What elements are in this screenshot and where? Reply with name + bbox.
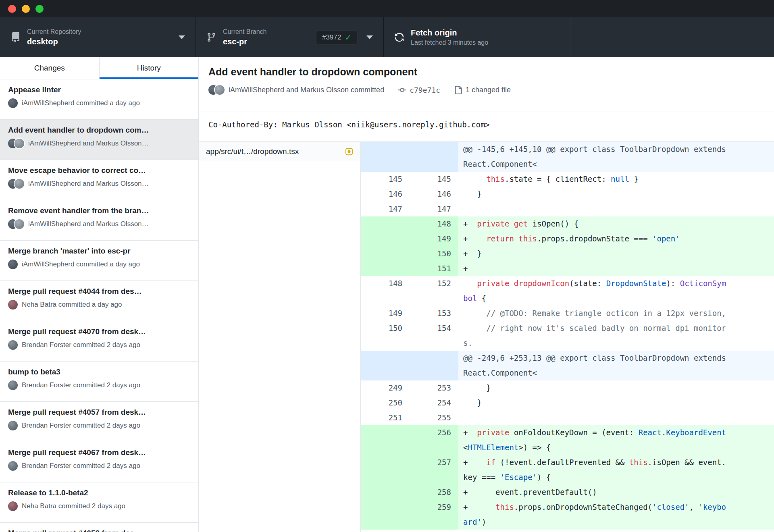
old-line-number: 250 — [361, 395, 410, 410]
avatar-stack — [8, 380, 18, 390]
commit-item-meta: iAmWillShepherd and Markus Olsson… — [8, 219, 190, 229]
old-line-number — [361, 231, 410, 246]
changed-files-group: 1 changed file — [454, 86, 511, 94]
commit-item-meta: Neha Batra committed 2 days ago — [8, 501, 190, 511]
commit-list-item[interactable]: Merge pull request #4052 from des… — [0, 523, 198, 532]
avatar-stack — [8, 300, 18, 310]
commit-item-title: Appease linter — [8, 85, 190, 95]
new-line-number: 257 — [410, 455, 458, 485]
commit-meta-text: iAmWillShepherd and Markus Olsson… — [28, 139, 149, 148]
diff-row-context: 249253 } — [361, 380, 774, 395]
avatar-neha — [8, 300, 18, 310]
commit-list-item[interactable]: Merge pull request #4044 from des…Neha B… — [0, 281, 198, 321]
commit-list-item[interactable]: Move escape behavior to correct co…iAmWi… — [0, 160, 198, 200]
repository-name: desktop — [27, 37, 81, 46]
old-line-number: 147 — [361, 202, 410, 216]
diff-row-context: 250254 } — [361, 395, 774, 410]
avatar-stack — [8, 179, 24, 189]
new-line-number: 154 — [410, 321, 458, 351]
commit-meta-text: iAmWillShepherd committed a day ago — [22, 260, 140, 268]
fetch-subtitle: Last fetched 3 minutes ago — [411, 39, 488, 46]
diff-row-added: 258+ event.preventDefault() — [361, 485, 774, 500]
commit-list-item[interactable]: Merge pull request #4070 from desk…Brend… — [0, 321, 198, 362]
diff-code-line — [458, 410, 774, 425]
commit-list-item[interactable]: Merge pull request #4067 from desk…Brend… — [0, 442, 198, 482]
avatar-markus — [15, 179, 24, 189]
diff-code-line: private dropdownIcon(state: DropdownStat… — [458, 276, 774, 306]
zoom-button[interactable] — [35, 5, 44, 13]
fetch-title: Fetch origin — [411, 28, 488, 37]
new-line-number: 256 — [410, 425, 458, 455]
minimize-button[interactable] — [22, 5, 30, 13]
new-line-number: 255 — [410, 410, 458, 425]
diff-row-added: 148+ private get isOpen() { — [361, 216, 774, 231]
new-line-number — [410, 351, 458, 380]
git-branch-icon — [206, 32, 216, 42]
modified-file-icon — [345, 148, 353, 156]
diff-section: app/src/ui/t…/dropdown.tsx @@ -145,6 +14… — [199, 142, 774, 532]
commit-item-title: Release to 1.1.0-beta2 — [8, 488, 190, 498]
avatar-brendan — [8, 380, 18, 390]
new-line-number: 153 — [410, 306, 458, 321]
commit-list-item[interactable]: Merge pull request #4057 from desk…Brend… — [0, 402, 198, 442]
diff-code-line: + private onFoldoutKeyDown = (event: Rea… — [458, 425, 774, 455]
toolbar-fetch-button[interactable]: Fetch origin Last fetched 3 minutes ago — [384, 17, 571, 57]
commit-list-item[interactable]: Release to 1.1.0-beta2Neha Batra committ… — [0, 482, 198, 523]
commit-item-title: Merge pull request #4067 from desk… — [8, 448, 190, 457]
new-line-number: 145 — [410, 172, 458, 187]
avatar-brendan — [8, 461, 18, 471]
diff-rows: @@ -145,6 +145,10 @@ export class Toolba… — [361, 142, 774, 532]
diff-code-line: } — [458, 187, 774, 202]
commit-item-title: Remove event handler from the bran… — [8, 206, 190, 216]
tab-history[interactable]: History — [100, 57, 199, 79]
tab-changes[interactable]: Changes — [0, 57, 100, 79]
diff-code-line: + event.preventDefault() — [458, 485, 774, 500]
avatar-stack — [8, 139, 24, 148]
commit-item-meta: Neha Batra committed a day ago — [8, 300, 190, 310]
old-line-number: 150 — [361, 321, 410, 351]
old-line-number: 146 — [361, 187, 410, 202]
new-line-number: 147 — [410, 202, 458, 216]
avatar-brendan — [8, 421, 18, 430]
new-line-number: 149 — [410, 231, 458, 246]
old-line-number — [361, 142, 410, 172]
commit-item-title: Move escape behavior to correct co… — [8, 166, 190, 175]
commit-meta-text: iAmWillShepherd and Markus Olsson… — [28, 180, 149, 188]
close-button[interactable] — [8, 5, 16, 13]
new-line-number: 254 — [410, 395, 458, 410]
old-line-number: 149 — [361, 306, 410, 321]
diff-row-added: 259+ this.props.onDropdownStateChanged('… — [361, 500, 774, 530]
commit-meta-text: Brendan Forster committed 2 days ago — [22, 381, 140, 389]
commit-list-item[interactable]: bump to beta3Brendan Forster committed 2… — [0, 362, 198, 402]
diff-code-line: + private get isOpen() { — [458, 216, 774, 231]
old-line-number — [361, 425, 410, 455]
commit-list-item[interactable]: Merge branch 'master' into esc-priAmWill… — [0, 241, 198, 281]
commit-item-title: Merge branch 'master' into esc-pr — [8, 246, 190, 256]
new-line-number: 152 — [410, 276, 458, 306]
avatar-stack — [8, 501, 18, 511]
toolbar-repository-button[interactable]: Current Repository desktop — [0, 17, 196, 57]
avatar-neha — [8, 501, 18, 511]
diff-row-added: 257+ if (!event.defaultPrevented && this… — [361, 455, 774, 485]
commit-item-title: bump to beta3 — [8, 367, 190, 377]
commit-list-item[interactable]: Add event handler to dropdown com…iAmWil… — [0, 120, 198, 160]
commit-list-item[interactable]: Appease linteriAmWillShepherd committed … — [0, 79, 198, 120]
diff-row-hunk: @@ -249,6 +253,13 @@ export class Toolba… — [361, 351, 774, 380]
diff-code-line: // right now it's scaled badly on normal… — [458, 321, 774, 351]
diff-code-line: this.state = { clientRect: null } — [458, 172, 774, 187]
commit-list-item[interactable]: Remove event handler from the bran…iAmWi… — [0, 200, 198, 241]
new-line-number: 258 — [410, 485, 458, 500]
diff-row-added: 150+ } — [361, 246, 774, 261]
authors-line: iAmWillShepherd and Markus Olsson commit… — [229, 86, 384, 94]
commit-meta-row: iAmWillShepherd and Markus Olsson commit… — [208, 85, 764, 95]
main-panel: Add event handler to dropdown component … — [199, 57, 774, 532]
new-line-number: 146 — [410, 187, 458, 202]
diff-code-line: // @TODO: Remake triangle octicon in a 1… — [458, 306, 774, 321]
toolbar-branch-button[interactable]: Current Branch esc-pr #3972 ✓ — [196, 17, 384, 57]
repo-icon — [10, 32, 21, 42]
commit-meta-text: Neha Batra committed 2 days ago — [22, 502, 125, 510]
diff-row-context: 147147 — [361, 202, 774, 216]
commit-item-title: Merge pull request #4044 from des… — [8, 287, 190, 296]
branch-label: Current Branch — [223, 28, 267, 35]
file-list-item[interactable]: app/src/ui/t…/dropdown.tsx — [199, 142, 360, 161]
